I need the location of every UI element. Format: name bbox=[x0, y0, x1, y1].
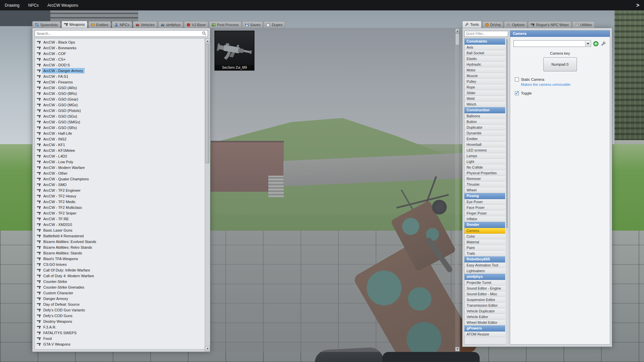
tool-item[interactable]: Winch bbox=[465, 102, 505, 107]
tool-item[interactable]: Camera bbox=[465, 228, 505, 234]
weapon-category-item[interactable]: Danger Armory bbox=[36, 296, 202, 301]
weapon-category-item[interactable]: FATALITYS SWEPS bbox=[36, 330, 202, 336]
tool-item[interactable]: Motor bbox=[465, 67, 505, 73]
tool-item[interactable]: Lamps bbox=[465, 153, 505, 159]
tab-simfphys[interactable]: simfphys bbox=[158, 21, 183, 28]
scrollbar-thumb[interactable] bbox=[455, 33, 460, 45]
weapon-category-item[interactable]: ArcCW - Boneworks bbox=[36, 45, 202, 51]
tool-item[interactable]: Paint bbox=[465, 245, 505, 251]
chevron-down-icon[interactable] bbox=[585, 41, 590, 46]
scroll-up-button[interactable] bbox=[455, 28, 460, 33]
tool-item[interactable]: Material bbox=[465, 239, 505, 245]
tool-item[interactable]: Ball Socket bbox=[465, 50, 505, 56]
weapon-category-item[interactable]: Call of Duty 4: Modern Warfare bbox=[36, 273, 202, 279]
weapon-category-item[interactable]: ArcCW - Half-Life bbox=[36, 130, 202, 136]
weapon-category-item[interactable]: ArcCW - L4D2 bbox=[36, 153, 202, 159]
tab-utilities[interactable]: Utilities bbox=[572, 21, 595, 28]
tool-item[interactable]: LED screens bbox=[465, 147, 505, 153]
tool-item[interactable]: Light bbox=[465, 159, 505, 165]
weapon-category-item[interactable]: ArcCW - FA:S1 bbox=[36, 73, 202, 79]
tool-item[interactable]: Hoverball bbox=[465, 142, 505, 147]
weapon-category-item[interactable]: ArcCW - GSO (ARs) bbox=[36, 85, 202, 90]
tool-item[interactable]: Weld bbox=[465, 96, 505, 102]
tab-spawnlists[interactable]: Spawnlists bbox=[32, 21, 61, 28]
left-scrollbar[interactable] bbox=[205, 39, 210, 351]
scroll-down-button[interactable] bbox=[205, 346, 210, 351]
scrollbar-thumb[interactable] bbox=[506, 39, 508, 228]
weapon-category-item[interactable]: ArcCW - COF bbox=[36, 51, 202, 56]
weapon-category-item[interactable]: Basic Laser Guns bbox=[36, 227, 202, 233]
tool-item[interactable]: Wheel bbox=[465, 187, 505, 193]
tab-tools[interactable]: Tools bbox=[462, 21, 482, 28]
weapon-category-item[interactable]: Bizarre Abilities: Evolved Stands bbox=[36, 239, 202, 244]
weapon-category-item[interactable]: ArcCW - XM2010 bbox=[36, 222, 202, 227]
tab-vj-base[interactable]: VJ Base bbox=[184, 21, 208, 28]
weapon-category-item[interactable]: ArcCW - GSO (MGs) bbox=[36, 102, 202, 108]
weapon-category-item[interactable]: Bizarre Abilities: Retro Stands bbox=[36, 244, 202, 250]
tool-item[interactable]: Wheel Model Editor bbox=[465, 320, 505, 325]
tab-saves[interactable]: Saves bbox=[242, 21, 263, 28]
weapon-category-item[interactable]: Day of Defeat: Source bbox=[36, 301, 202, 307]
tab-drvrej[interactable]: DrVrej bbox=[482, 21, 503, 28]
weapon-category-item[interactable]: ArcCW - GSO (Pistols) bbox=[36, 108, 202, 113]
weapon-category-item[interactable]: ArcCW - SMO bbox=[36, 182, 202, 187]
weapon-category-item[interactable]: ArcCW - TF2 Heavy bbox=[36, 193, 202, 199]
scrollbar-thumb[interactable] bbox=[205, 44, 209, 163]
weapon-category-item[interactable]: F.3.A.R. bbox=[36, 324, 202, 330]
weapon-category-item[interactable]: ArcCW - GSO (BRs) bbox=[36, 90, 202, 96]
tab-options[interactable]: Options bbox=[504, 21, 527, 28]
tab-dupes[interactable]: Dupes bbox=[264, 21, 285, 28]
quick-filter-input[interactable] bbox=[464, 31, 508, 37]
weapon-category-item[interactable]: Blast's TFA Weapons bbox=[36, 256, 202, 261]
weapon-category-item[interactable]: ArcCW - GSO (SGs) bbox=[36, 113, 202, 119]
weapon-category-item[interactable]: ArcCW - GSO (Gear) bbox=[36, 96, 202, 102]
tool-item[interactable]: Rope bbox=[465, 84, 505, 90]
weapon-category-item[interactable]: Bizarre Abilities: Stands bbox=[36, 250, 202, 256]
weapon-category-item[interactable]: CS:GO knives bbox=[36, 261, 202, 267]
center-scrollbar[interactable] bbox=[455, 28, 460, 351]
tool-item[interactable]: Inflator bbox=[465, 216, 505, 222]
scroll-down-button[interactable] bbox=[455, 347, 460, 351]
tool-item[interactable]: Easy Animation Tool bbox=[465, 262, 505, 268]
tool-item[interactable]: Physical Properties bbox=[465, 170, 505, 176]
tab-npcs[interactable]: NPCs bbox=[112, 21, 132, 28]
weapon-category-item[interactable]: ArcCW - TF2 Multiclass bbox=[36, 204, 202, 210]
tool-item[interactable]: Axis bbox=[465, 45, 505, 50]
weapon-category-item[interactable]: ArcCW - DOD:S bbox=[36, 62, 202, 68]
tool-item[interactable]: Vehicle Editor bbox=[465, 314, 505, 320]
tool-item[interactable]: Remover bbox=[465, 176, 505, 182]
camera-key-bind-button[interactable]: Numpad 0 bbox=[543, 57, 577, 71]
tool-item[interactable]: Transmission Editor bbox=[465, 303, 505, 308]
tool-item[interactable]: ATOM Resizer bbox=[465, 331, 505, 337]
search-input[interactable] bbox=[35, 30, 208, 37]
weapon-category-item[interactable]: ArcCW - TF2 Engineer bbox=[36, 187, 202, 193]
tab-post-process[interactable]: Post Process bbox=[209, 21, 241, 28]
add-preset-button[interactable] bbox=[593, 41, 599, 47]
tool-item[interactable]: Suspension Editor bbox=[465, 297, 505, 303]
weapon-category-item[interactable]: Counter-Strike Grenades bbox=[36, 284, 202, 290]
tool-item[interactable]: Sound Editor - Misc bbox=[465, 291, 505, 297]
weapon-category-item[interactable]: ArcCW - TF2 Sniper bbox=[36, 210, 202, 216]
weapon-category-item[interactable]: ArcCW - Firearms bbox=[36, 79, 202, 85]
camera-preset-dropdown[interactable] bbox=[514, 40, 591, 47]
tab-rogues-npc-weps[interactable]: Rogue's NPC Weps bbox=[528, 21, 571, 28]
wrench-icon[interactable] bbox=[601, 41, 606, 47]
tools-scrollbar[interactable] bbox=[506, 38, 508, 345]
weapon-category-item[interactable]: Food bbox=[36, 336, 202, 341]
weapon-category-item[interactable]: Custom Character bbox=[36, 290, 202, 296]
tab-vehicles[interactable]: Vehicles bbox=[133, 21, 157, 28]
weapon-category-item[interactable]: ArcCW - INS2 bbox=[36, 136, 202, 142]
weapon-category-item[interactable]: ArcCW - CS+ bbox=[36, 56, 202, 62]
tab-weapons[interactable]: Weapons bbox=[61, 21, 88, 28]
tool-item[interactable]: Pulley bbox=[465, 79, 505, 84]
tool-item[interactable]: Vehicle Duplicator bbox=[465, 308, 505, 314]
tool-item[interactable]: Lightsabers bbox=[465, 268, 505, 274]
weapon-category-item[interactable]: Counter-Strike bbox=[36, 279, 202, 284]
weapon-category-item[interactable]: ArcCW - Modern Warfare bbox=[36, 165, 202, 170]
scroll-up-button[interactable] bbox=[205, 39, 210, 44]
weapon-category-item[interactable]: ArcCW - GSO (SMGs) bbox=[36, 119, 202, 125]
weapon-category-item[interactable]: Battlefield 4 Remastered bbox=[36, 233, 202, 239]
tool-item[interactable]: Eye Poser bbox=[465, 199, 505, 205]
weapon-spawn-icon[interactable]: SecServ Zui_M9 bbox=[215, 31, 254, 70]
tool-item[interactable]: Balloons bbox=[465, 113, 505, 119]
